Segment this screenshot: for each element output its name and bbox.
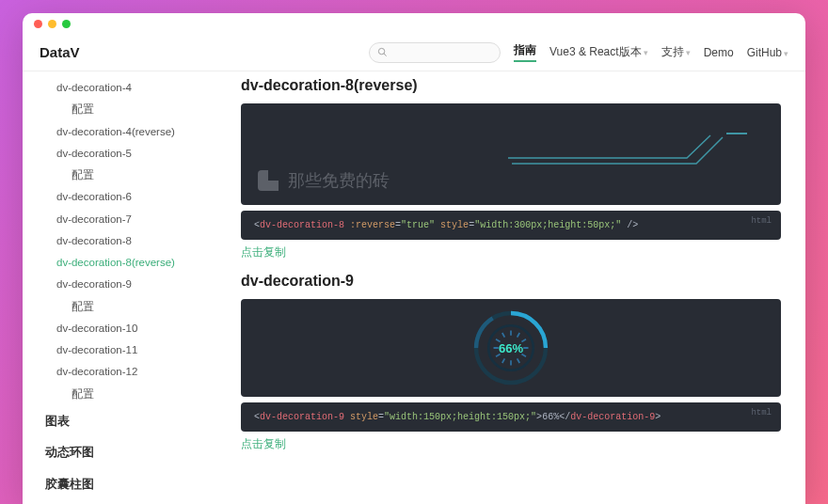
- nav-support[interactable]: 支持▾: [661, 44, 691, 60]
- sidebar-category[interactable]: 动态环图: [40, 436, 215, 468]
- sidebar-item[interactable]: dv-decoration-4(reverse): [40, 121, 215, 143]
- chevron-down-icon: ▾: [784, 49, 788, 58]
- chevron-down-icon: ▾: [686, 48, 691, 57]
- nav-github[interactable]: GitHub▾: [747, 46, 788, 59]
- maximize-dot[interactable]: [62, 20, 71, 28]
- page-body: dv-decoration-4 配置 dv-decoration-4(rever…: [23, 71, 805, 504]
- sidebar: dv-decoration-4 配置 dv-decoration-4(rever…: [23, 71, 224, 504]
- demo-preview: 那些免费的砖: [241, 103, 781, 205]
- sidebar-item[interactable]: dv-decoration-12: [40, 361, 215, 383]
- sidebar-item[interactable]: dv-decoration-8: [40, 230, 215, 252]
- code-block[interactable]: html <dv-decoration-9 style="width:150px…: [241, 402, 781, 432]
- nav-versions[interactable]: Vue3 & React版本▾: [549, 44, 648, 60]
- ring-percent-text: 66%: [499, 341, 523, 355]
- sidebar-sub[interactable]: 配置: [40, 296, 215, 318]
- svg-line-1: [384, 54, 387, 56]
- window-titlebar: [23, 13, 805, 34]
- sidebar-item[interactable]: dv-decoration-9: [40, 274, 215, 295]
- watermark: 那些免费的砖: [258, 169, 390, 192]
- top-navbar: DataV 指南 Vue3 & React版本▾ 支持▾ Demo GitHub…: [23, 34, 805, 71]
- code-block[interactable]: html <dv-decoration-8 :reverse="true" st…: [241, 211, 781, 240]
- browser-window: DataV 指南 Vue3 & React版本▾ 支持▾ Demo GitHub…: [23, 13, 805, 504]
- minimize-dot[interactable]: [48, 20, 56, 28]
- code-lang-badge: html: [751, 216, 772, 226]
- watermark-text: 那些免费的砖: [288, 169, 390, 192]
- demo-preview: 66%: [241, 299, 781, 397]
- sidebar-sub[interactable]: 配置: [40, 384, 215, 405]
- nav-links: 指南 Vue3 & React版本▾ 支持▾ Demo GitHub▾: [514, 42, 788, 62]
- copy-button[interactable]: 点击复制: [241, 437, 781, 451]
- svg-point-0: [378, 48, 384, 54]
- section-title: dv-decoration-8(reverse): [241, 77, 781, 94]
- sidebar-item[interactable]: dv-decoration-5: [40, 143, 215, 165]
- sidebar-category[interactable]: 胶囊柱图: [40, 468, 215, 500]
- sidebar-sub[interactable]: 配置: [40, 99, 215, 120]
- nav-demo[interactable]: Demo: [704, 46, 734, 59]
- sidebar-item[interactable]: dv-decoration-7: [40, 209, 215, 230]
- section-title: dv-decoration-9: [241, 273, 781, 290]
- copy-button[interactable]: 点击复制: [241, 245, 781, 260]
- sidebar-item-active[interactable]: dv-decoration-8(reverse): [40, 252, 215, 274]
- sidebar-category[interactable]: 图表: [40, 405, 215, 437]
- nav-guide[interactable]: 指南: [514, 42, 536, 62]
- watermark-icon: [258, 170, 279, 191]
- sidebar-category[interactable]: 水位图: [40, 499, 215, 504]
- search-icon: [377, 47, 388, 57]
- decoration-8-reverse-graphic: [508, 130, 753, 167]
- close-dot[interactable]: [34, 20, 42, 28]
- sidebar-item[interactable]: dv-decoration-11: [40, 339, 215, 361]
- main-content: dv-decoration-8(reverse) 那些免费的砖 html <dv…: [224, 71, 805, 504]
- chevron-down-icon: ▾: [644, 48, 648, 57]
- search-input[interactable]: [369, 42, 501, 63]
- sidebar-item[interactable]: dv-decoration-6: [40, 186, 215, 208]
- sidebar-item[interactable]: dv-decoration-4: [40, 77, 215, 99]
- decoration-9-ring: 66%: [470, 307, 552, 389]
- sidebar-sub[interactable]: 配置: [40, 165, 215, 186]
- code-lang-badge: html: [751, 408, 772, 417]
- brand-logo[interactable]: DataV: [40, 44, 80, 60]
- sidebar-item[interactable]: dv-decoration-10: [40, 318, 215, 339]
